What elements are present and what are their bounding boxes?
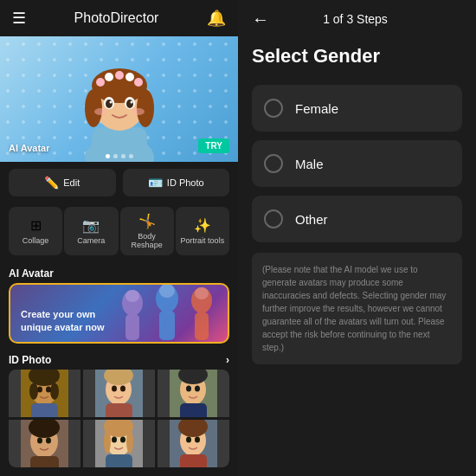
id-photo-cell-6: [158, 420, 229, 467]
svg-rect-36: [31, 403, 58, 417]
svg-point-34: [37, 387, 42, 393]
id-face-4: [21, 420, 68, 467]
id-face-2: [95, 370, 143, 417]
svg-point-61: [120, 437, 125, 443]
app-title: PhotoDirector: [74, 10, 159, 26]
camera-tool[interactable]: 📷 Camera: [64, 207, 118, 255]
tool-grid: ⊞ Collage 📷 Camera 🤸 Body Reshape ✨ Port…: [0, 203, 238, 262]
step-label: 1 of 3 Steps: [323, 12, 388, 26]
svg-rect-68: [180, 454, 207, 467]
portrait-tools-label: Portrait tools: [181, 236, 225, 245]
ai-avatar-card[interactable]: Create your own unique avatar now: [9, 283, 229, 344]
try-badge[interactable]: TRY: [198, 138, 229, 153]
gender-female-label: Female: [295, 101, 338, 116]
svg-point-7: [96, 78, 105, 87]
svg-point-19: [132, 108, 145, 115]
svg-point-11: [134, 78, 143, 87]
dots-indicator: [106, 154, 133, 158]
hero-avatar-svg: [68, 49, 171, 162]
dot-2: [113, 154, 118, 158]
back-button[interactable]: ←: [252, 10, 269, 28]
svg-point-6: [137, 89, 154, 127]
svg-rect-54: [30, 456, 59, 467]
portrait-tools-tool[interactable]: ✨ Portrait tools: [176, 207, 229, 255]
ai-avatar-line2: unique avatar now: [21, 321, 105, 333]
svg-point-58: [104, 429, 111, 453]
id-photo-cell-3: [158, 370, 229, 417]
notification-button[interactable]: 🔔: [207, 9, 226, 28]
id-photo-section-header[interactable]: ID Photo ›: [0, 351, 238, 370]
right-top-bar: ← 1 of 3 Steps: [238, 0, 476, 38]
disclaimer-text: (Please note that the AI model we use to…: [262, 263, 452, 354]
gender-option-other[interactable]: Other: [252, 196, 462, 242]
svg-point-40: [112, 386, 117, 392]
avatar-people-svg: [106, 283, 228, 342]
body-reshape-icon: 🤸: [138, 213, 156, 229]
svg-rect-48: [180, 403, 207, 417]
id-photo-cell-5: [83, 420, 155, 467]
dot-1: [106, 154, 110, 158]
camera-icon: 📷: [82, 217, 100, 234]
svg-rect-42: [106, 403, 132, 417]
svg-point-8: [105, 73, 113, 81]
svg-point-60: [112, 437, 117, 443]
svg-point-41: [120, 386, 125, 392]
gender-other-label: Other: [295, 212, 328, 227]
menu-button[interactable]: ☰: [12, 9, 26, 28]
svg-point-47: [195, 386, 200, 392]
id-photo-cell-1: [9, 370, 80, 417]
svg-point-14: [106, 100, 113, 108]
id-photo-button[interactable]: 🪪 ID Photo: [123, 169, 230, 196]
svg-point-18: [94, 108, 106, 115]
id-photo-label: ID Photo: [167, 177, 204, 188]
svg-point-16: [109, 101, 112, 104]
id-photo-grid: [9, 370, 229, 467]
edit-button[interactable]: ✏️ Edit: [9, 169, 116, 196]
portrait-tools-icon: ✨: [194, 217, 211, 234]
svg-point-17: [130, 101, 132, 104]
radio-male[interactable]: [264, 154, 283, 173]
select-gender-title: Select Gender: [252, 45, 462, 68]
id-photo-chevron: ›: [226, 354, 229, 366]
disclaimer-box: (Please note that the AI model we use to…: [252, 253, 462, 364]
body-reshape-tool[interactable]: 🤸 Body Reshape: [120, 207, 174, 255]
left-panel: ☰ PhotoDirector 🔔: [0, 0, 238, 476]
collage-icon: ⊞: [30, 217, 42, 234]
hero-label: AI Avatar: [9, 143, 49, 153]
id-photo-cell-4: [9, 420, 80, 467]
svg-rect-62: [106, 454, 132, 467]
id-face-6: [170, 420, 217, 467]
svg-point-53: [46, 438, 51, 444]
action-row: ✏️ Edit 🪪 ID Photo: [0, 162, 238, 203]
id-photo-cell-2: [83, 370, 155, 417]
svg-rect-25: [159, 311, 175, 340]
svg-point-32: [29, 383, 38, 400]
id-photo-section-label: ID Photo: [9, 354, 51, 366]
ai-avatar-card-text: Create your own unique avatar now: [21, 308, 105, 333]
svg-point-46: [186, 386, 191, 392]
collage-tool[interactable]: ⊞ Collage: [9, 207, 62, 255]
radio-other[interactable]: [264, 209, 283, 228]
dot-3: [121, 154, 125, 158]
gender-option-female[interactable]: Female: [252, 85, 462, 132]
top-bar: ☰ PhotoDirector 🔔: [0, 0, 238, 36]
svg-point-35: [46, 387, 51, 393]
radio-female[interactable]: [264, 99, 283, 118]
svg-rect-22: [125, 314, 139, 340]
svg-point-5: [85, 89, 102, 127]
svg-point-27: [195, 287, 209, 299]
id-face-3: [170, 370, 217, 417]
svg-point-59: [126, 429, 133, 453]
svg-point-66: [186, 437, 191, 443]
right-content: Select Gender Female Male Other (Please …: [238, 38, 476, 476]
hero-area: AI Avatar TRY: [0, 36, 238, 162]
svg-point-33: [50, 383, 59, 400]
edit-icon: ✏️: [44, 176, 59, 190]
svg-point-10: [125, 73, 134, 81]
id-face-1: [21, 370, 68, 417]
svg-point-24: [159, 284, 175, 298]
gender-option-male[interactable]: Male: [252, 140, 462, 187]
id-photo-icon: 🪪: [148, 176, 163, 190]
svg-point-67: [195, 437, 200, 443]
ai-avatar-section-header: AI Avatar: [0, 262, 238, 283]
